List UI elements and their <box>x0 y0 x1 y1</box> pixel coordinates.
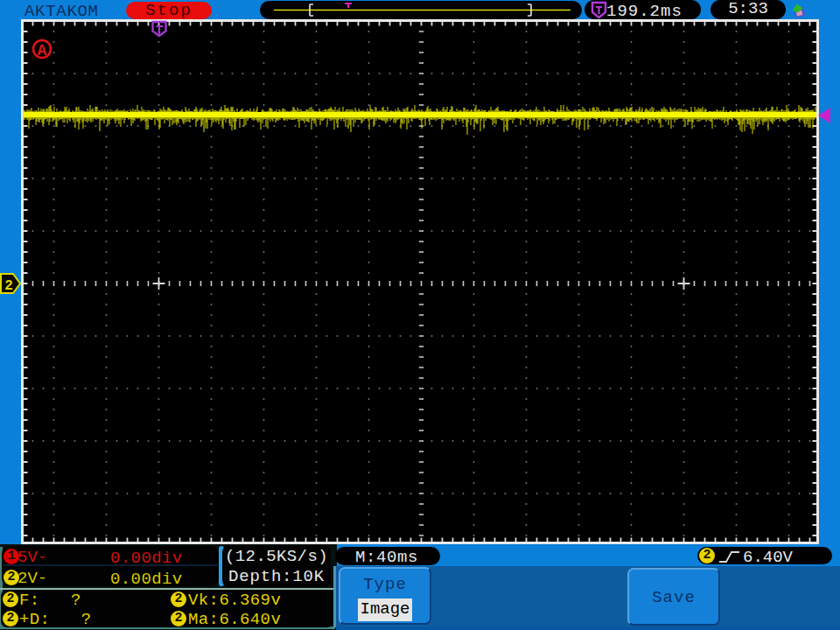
svg-text:2: 2 <box>4 278 13 294</box>
svg-text:A: A <box>38 42 47 60</box>
